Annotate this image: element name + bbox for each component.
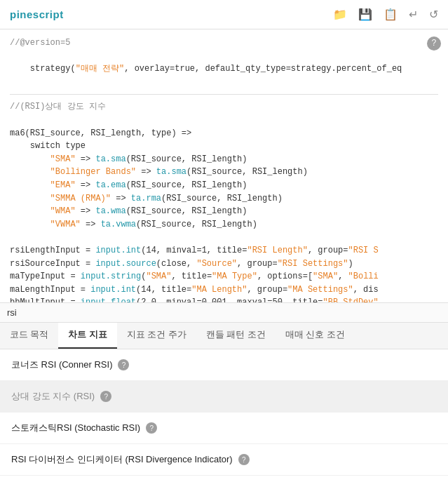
code-line-6: "SMA" => ta.sma(RSI_source, RSI_length) [10,153,438,166]
code-line-4: ma6(RSI_source, RSI_length, type) => [10,127,438,140]
tab-bar: 코드 목적 차트 지표 지표 조건 주가 캔들 패턴 조건 매매 신호 조건 [0,323,448,349]
code-line-empty2 [10,231,438,244]
search-bar[interactable] [0,303,448,323]
code-editor[interactable]: ? //@version=5 strategy("매매 전략", overlay… [0,29,448,303]
code-line-14: maTypeInput = input.string("SMA", title=… [10,270,438,283]
results-list: 코너즈 RSI (Conner RSI) ? 상대 강도 지수 (RSI) ? … [0,349,448,476]
code-line-16: bbMultInput = input.float(2.0, minval=0.… [10,296,438,303]
help-icon-rsi-divergence[interactable]: ? [238,454,250,465]
tab-add-indicator[interactable]: 지표 조건 주가 [117,323,196,349]
code-line-8: "EMA" => ta.ema(RSI_source, RSI_length) [10,179,438,192]
copy-icon[interactable]: 📋 [383,8,398,21]
code-line-7: "Bollinger Bands" => ta.sma(RSI_source, … [10,166,438,179]
code-line-9: "SMMA (RMA)" => ta.rma(RSI_source, RSI_l… [10,192,438,206]
code-line-13: rsiSourceInput = input.source(close, "So… [10,257,438,271]
result-item-conner-rsi[interactable]: 코너즈 RSI (Conner RSI) ? [0,349,448,381]
result-item-rsi-divergence[interactable]: RSI 다이버전스 인디케이터 (RSI Divergence Indicato… [0,444,448,476]
code-line-11: "VWMA" => ta.vwma(RSI_source, RSI_length… [10,218,438,232]
code-line-10: "WMA" => ta.wma(RSI_source, RSI_length) [10,205,438,218]
save-icon[interactable]: 💾 [358,8,372,21]
enter-icon[interactable]: ↵ [409,8,418,21]
result-label: 스토캐스틱RSI (Stochastic RSI) [11,422,140,434]
result-label: RSI 다이버전스 인디케이터 (RSI Divergence Indicato… [11,453,233,466]
refresh-icon[interactable]: ↺ [429,8,438,21]
code-line-empty [10,114,438,127]
code-line-1: //@version=5 [10,36,438,50]
search-input[interactable] [7,307,441,318]
code-line-15: maLengthInput = input.int(14, title="MA … [10,283,438,297]
code-line-3: //(RSI)상대 강도 지수 [10,100,438,114]
help-icon-conner-rsi[interactable]: ? [118,359,129,370]
result-label: 코너즈 RSI (Conner RSI) [11,359,112,371]
tab-chart-indicator[interactable]: 차트 지표 [58,323,116,349]
result-label: 상대 강도 지수 (RSI) [11,390,95,403]
header-toolbar: 📁 💾 📋 ↵ ↺ [333,8,438,21]
app-logo: pinescript [10,8,64,20]
help-icon-rsi[interactable]: ? [100,391,111,402]
tab-trade-signal[interactable]: 매매 신호 조건 [276,323,355,349]
app-header: pinescript 📁 💾 📋 ↵ ↺ [0,0,448,29]
tab-candle-pattern[interactable]: 캔들 패턴 조건 [196,323,276,349]
code-line-5: switch type [10,140,438,153]
code-line-12: rsiLengthInput = input.int(14, minval=1,… [10,244,438,257]
tab-code-purpose[interactable]: 코드 목적 [0,323,58,349]
help-button[interactable]: ? [427,36,441,51]
help-icon-stochastic-rsi[interactable]: ? [146,422,157,434]
folder-icon[interactable]: 📁 [333,8,347,21]
result-item-stochastic-rsi[interactable]: 스토캐스틱RSI (Stochastic RSI) ? [0,413,448,444]
result-item-rsi[interactable]: 상대 강도 지수 (RSI) ? [0,381,448,413]
code-line-2: strategy("매매 전략", overlay=true, default_… [10,50,438,89]
